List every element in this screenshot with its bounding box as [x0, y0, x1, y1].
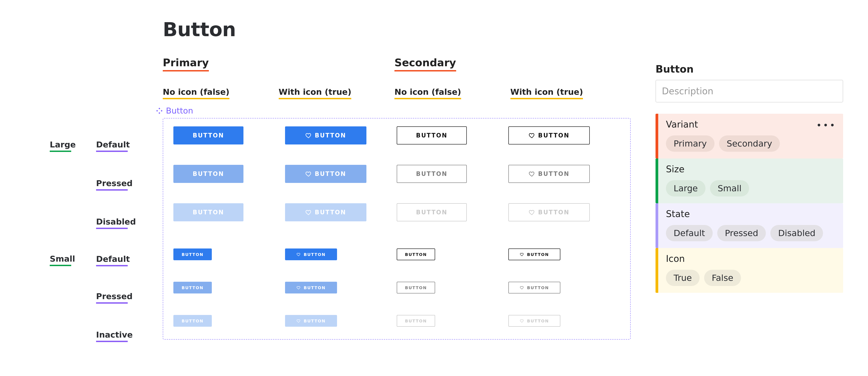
- variant-header-primary: Primary: [163, 57, 209, 71]
- size-label-small: Small: [50, 254, 71, 266]
- property-panel-title: Button: [655, 63, 843, 75]
- size-label-large: Large: [50, 140, 71, 152]
- property-group-variant: ••• Variant Primary Secondary: [655, 114, 843, 158]
- more-icon[interactable]: •••: [816, 120, 836, 130]
- heart-icon: [520, 252, 524, 256]
- button-secondary-small-pressed-icon[interactable]: BUTTON: [508, 282, 560, 293]
- chip-state-pressed[interactable]: Pressed: [717, 225, 766, 241]
- description-placeholder: Description: [662, 86, 713, 96]
- button-secondary-large-disabled-icon: BUTTON: [508, 203, 590, 221]
- component-frame-label: Button: [156, 106, 626, 115]
- property-label-variant: Variant: [666, 119, 836, 130]
- heart-icon: [529, 171, 535, 177]
- component-grid-frame: BUTTON BUTTON BUTTON BUTTON BUTTON BUTTO…: [163, 118, 631, 340]
- icon-subheaders: No icon (false) With icon (true) No icon…: [163, 87, 626, 99]
- page-title: Button: [163, 18, 818, 41]
- chip-icon-false[interactable]: False: [704, 270, 741, 286]
- property-panel: Button Description ••• Variant Primary S…: [655, 63, 843, 293]
- heart-icon: [297, 319, 301, 323]
- button-primary-large-pressed[interactable]: BUTTON: [174, 165, 243, 183]
- property-group-icon: Icon True False: [655, 248, 843, 293]
- chip-state-disabled[interactable]: Disabled: [770, 225, 823, 241]
- heart-icon: [305, 132, 312, 138]
- button-secondary-small-default-icon[interactable]: BUTTON: [508, 249, 560, 260]
- subheader-primary-withicon: With icon (true): [279, 87, 351, 99]
- chip-variant-secondary[interactable]: Secondary: [719, 135, 780, 152]
- subheader-primary-noicon: No icon (false): [163, 87, 229, 99]
- button-primary-large-default[interactable]: BUTTON: [174, 126, 243, 145]
- chip-size-small[interactable]: Small: [710, 180, 749, 196]
- subheader-secondary-noicon: No icon (false): [395, 87, 461, 99]
- state-label-disabled-large: Disabled: [96, 217, 128, 229]
- state-label-default-small: Default: [96, 254, 128, 267]
- chip-icon-true[interactable]: True: [666, 270, 700, 286]
- component-icon: [156, 107, 163, 114]
- heart-icon: [520, 286, 524, 290]
- chip-state-default[interactable]: Default: [666, 225, 713, 241]
- button-secondary-small-default[interactable]: BUTTON: [397, 249, 435, 260]
- heart-icon: [529, 209, 535, 216]
- variant-headers: Primary Secondary: [163, 57, 626, 78]
- button-primary-large-disabled-icon: BUTTON: [285, 203, 366, 221]
- button-primary-small-default-icon[interactable]: BUTTON: [285, 249, 337, 260]
- variant-header-secondary: Secondary: [395, 57, 456, 71]
- variant-grid-area: Primary Secondary No icon (false) With i…: [163, 57, 626, 340]
- chip-size-large[interactable]: Large: [666, 180, 706, 196]
- heart-icon: [520, 319, 524, 323]
- chip-variant-primary[interactable]: Primary: [666, 135, 715, 152]
- property-label-size: Size: [666, 164, 836, 174]
- button-primary-small-pressed[interactable]: BUTTON: [174, 282, 212, 293]
- subheader-secondary-withicon: With icon (true): [510, 87, 583, 99]
- heart-icon: [297, 286, 301, 290]
- button-secondary-large-pressed[interactable]: BUTTON: [397, 165, 467, 183]
- button-primary-small-inactive-icon: BUTTON: [285, 315, 337, 327]
- property-label-state: State: [666, 209, 836, 219]
- button-secondary-large-default[interactable]: BUTTON: [397, 126, 467, 145]
- button-primary-small-inactive: BUTTON: [174, 315, 212, 327]
- heart-icon: [305, 209, 312, 216]
- state-label-inactive-small: Inactive: [96, 330, 128, 342]
- button-secondary-small-pressed[interactable]: BUTTON: [397, 282, 435, 293]
- state-label-pressed-small: Pressed: [96, 292, 128, 304]
- description-input[interactable]: Description: [655, 80, 843, 102]
- button-secondary-large-disabled: BUTTON: [397, 203, 467, 221]
- button-primary-small-default[interactable]: BUTTON: [174, 249, 212, 260]
- state-label-default-large: Default: [96, 140, 128, 152]
- button-secondary-large-default-icon[interactable]: BUTTON: [508, 126, 590, 145]
- button-primary-large-default-icon[interactable]: BUTTON: [285, 126, 366, 145]
- state-label-pressed-large: Pressed: [96, 179, 128, 191]
- property-label-icon: Icon: [666, 253, 836, 264]
- button-secondary-small-inactive-icon: BUTTON: [508, 315, 560, 327]
- button-secondary-large-pressed-icon[interactable]: BUTTON: [508, 165, 590, 183]
- heart-icon: [297, 252, 301, 256]
- button-primary-small-pressed-icon[interactable]: BUTTON: [285, 282, 337, 293]
- property-group-state: State Default Pressed Disabled: [655, 203, 843, 248]
- component-frame-name: Button: [166, 106, 193, 115]
- property-group-size: Size Large Small: [655, 158, 843, 203]
- heart-icon: [305, 171, 312, 177]
- button-secondary-small-inactive: BUTTON: [397, 315, 435, 327]
- button-primary-large-disabled: BUTTON: [174, 203, 243, 221]
- heart-icon: [529, 132, 535, 138]
- button-primary-large-pressed-icon[interactable]: BUTTON: [285, 165, 366, 183]
